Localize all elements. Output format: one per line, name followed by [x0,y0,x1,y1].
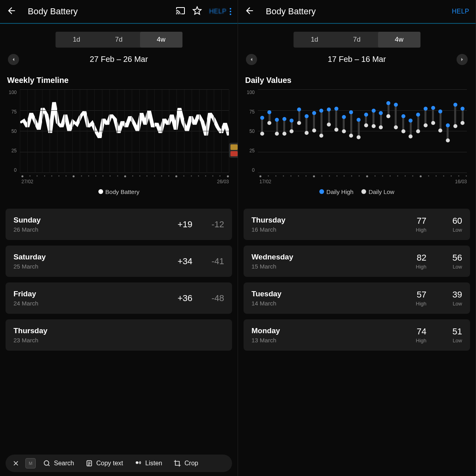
tab-7d[interactable]: 7d [336,32,378,48]
help-link[interactable]: HELP [209,8,226,15]
range-tabs: 1d 7d 4w [294,32,420,48]
next-period-icon[interactable] [457,54,468,65]
copy-text-button[interactable]: Copy text [81,457,127,470]
plot-area [20,90,229,173]
tab-1d[interactable]: 1d [294,32,336,48]
x-ticks [7,173,230,178]
tab-7d[interactable]: 7d [98,32,140,48]
star-icon[interactable] [192,6,202,17]
day-list: Thursday16 March 77High 60Low Wednesday1… [238,205,476,476]
plot-area [258,90,467,173]
page-title: Body Battery [28,6,176,17]
svg-point-0 [44,461,49,465]
y-axis: 1007550250 [7,90,18,173]
cast-icon[interactable] [176,6,185,17]
weekly-chart: 1007550250 27/02 26/03 Body Battery [0,90,238,205]
list-item[interactable]: Thursday16 March 77High 60Low [244,209,470,240]
close-icon[interactable] [10,457,22,470]
x-axis: 17/02 16/03 [245,178,468,184]
legend: Body Battery [7,184,230,202]
y-axis: 1007550250 [245,90,256,173]
list-item[interactable]: Wednesday15 March 82High 56Low [244,246,470,277]
section-title: Weekly Timeline [0,66,238,90]
help-link[interactable]: HELP [452,8,469,15]
list-item[interactable]: Thursday23 March [6,319,232,351]
back-icon[interactable] [6,6,17,17]
svg-point-2 [136,461,138,464]
listen-button[interactable]: Listen [130,457,166,470]
date-navigator: 17 Feb – 16 Mar [238,52,476,66]
page-title: Body Battery [266,6,452,17]
legend: Daily High Daily Low [245,184,468,202]
section-title: Daily Values [238,66,476,90]
date-navigator: 27 Feb – 26 Mar [0,52,238,66]
left-screen: Body Battery HELP 1d 7d 4w 27 Feb – 26 M… [0,0,238,476]
tab-4w[interactable]: 4w [140,32,182,48]
thumbnail[interactable]: M [25,458,36,468]
screenshot-toolbar: M Search Copy text Listen Crop [6,455,232,472]
list-item[interactable]: Friday24 March +36 -48 [6,282,232,314]
list-item[interactable]: Sunday26 March +19 -12 [6,209,232,240]
lens-search-button[interactable]: Search [39,457,78,470]
back-icon[interactable] [244,6,255,17]
tab-1d[interactable]: 1d [56,32,98,48]
prev-period-icon[interactable] [8,54,19,65]
daily-chart: 1007550250 17/02 16/03 Daily High Daily … [238,90,476,205]
crop-button[interactable]: Crop [169,457,202,470]
prev-period-icon[interactable] [246,54,257,65]
list-item[interactable]: Saturday25 March +34 -41 [6,246,232,277]
list-item[interactable]: Monday13 March 74High 51Low [244,319,470,351]
header: Body Battery HELP [238,0,476,24]
range-tabs: 1d 7d 4w [56,32,182,48]
menu-icon[interactable] [230,8,231,15]
tab-4w[interactable]: 4w [378,32,420,48]
header: Body Battery HELP [0,0,238,24]
date-range: 27 Feb – 26 Mar [90,55,148,64]
x-ticks [245,173,468,178]
right-screen: Body Battery HELP 1d 7d 4w 17 Feb – 16 M… [238,0,476,476]
day-list: Sunday26 March +19 -12 Saturday25 March … [0,205,238,476]
x-axis: 27/02 26/03 [7,178,230,184]
date-range: 17 Feb – 16 Mar [328,55,386,64]
list-item[interactable]: Tuesday14 March 57High 39Low [244,282,470,314]
